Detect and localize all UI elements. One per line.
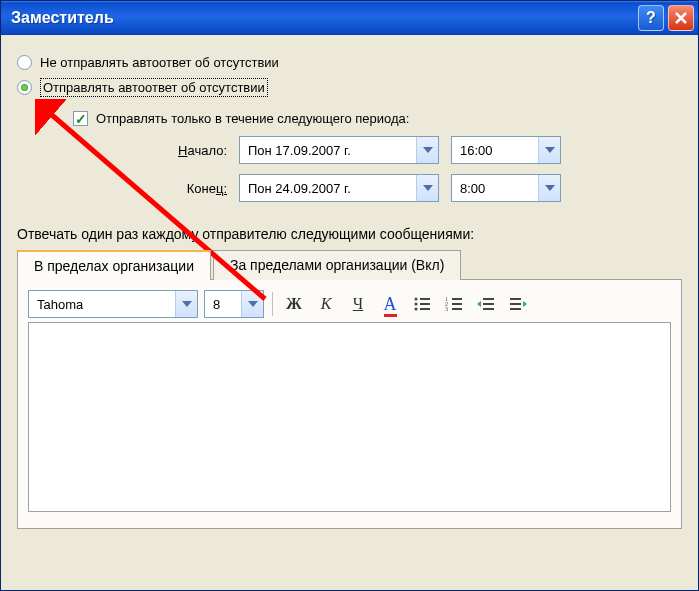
checkbox-send-period-label: Отправлять только в течение следующего п…: [96, 111, 409, 126]
start-time-value: 16:00: [460, 143, 538, 158]
start-date-value: Пон 17.09.2007 г.: [248, 143, 416, 158]
svg-rect-17: [510, 308, 521, 310]
svg-rect-15: [510, 298, 521, 300]
svg-rect-13: [483, 303, 494, 305]
size-value: 8: [213, 297, 241, 312]
indent-button[interactable]: [505, 291, 531, 317]
font-color-button[interactable]: A: [377, 291, 403, 317]
svg-text:3: 3: [445, 306, 448, 312]
radio-do-not-send-label: Не отправлять автоответ об отсутствии: [40, 55, 279, 70]
tab-outside-org[interactable]: За пределами организации (Вкл): [213, 250, 461, 280]
format-toolbar: Tahoma 8 Ж К Ч A: [28, 290, 671, 318]
outdent-button[interactable]: [473, 291, 499, 317]
end-time-combo[interactable]: 8:00: [451, 174, 561, 202]
number-list-button[interactable]: 1 2 3: [441, 291, 467, 317]
radio-send-row[interactable]: Отправлять автоответ об отсутствии: [17, 78, 682, 97]
toolbar-separator: [272, 292, 273, 316]
svg-rect-9: [452, 303, 462, 305]
end-date-value: Пон 24.09.2007 г.: [248, 181, 416, 196]
end-time-value: 8:00: [460, 181, 538, 196]
chevron-down-icon[interactable]: [175, 291, 197, 317]
tabs: В пределах организации За пределами орга…: [17, 250, 682, 280]
number-list-icon: 1 2 3: [445, 296, 463, 312]
svg-rect-16: [510, 303, 521, 305]
send-period-row[interactable]: Отправлять только в течение следующего п…: [73, 111, 682, 126]
svg-rect-11: [452, 308, 462, 310]
svg-rect-12: [483, 298, 494, 300]
bold-button[interactable]: Ж: [281, 291, 307, 317]
message-textarea[interactable]: [28, 322, 671, 512]
font-combo[interactable]: Tahoma: [28, 290, 198, 318]
dialog-window: Заместитель ? Не отправлять автоответ об…: [0, 0, 699, 591]
chevron-down-icon[interactable]: [538, 175, 560, 201]
start-label: Начало:: [137, 143, 227, 158]
svg-point-2: [415, 303, 418, 306]
chevron-down-icon[interactable]: [416, 175, 438, 201]
radio-do-not-send-row[interactable]: Не отправлять автоответ об отсутствии: [17, 55, 682, 70]
close-button[interactable]: [668, 5, 694, 31]
chevron-down-icon[interactable]: [416, 137, 438, 163]
size-combo[interactable]: 8: [204, 290, 264, 318]
italic-button[interactable]: К: [313, 291, 339, 317]
radio-do-not-send[interactable]: [17, 55, 32, 70]
checkbox-send-period[interactable]: [73, 111, 88, 126]
time-grid: Начало: Пон 17.09.2007 г. 16:00 Конец: П…: [137, 136, 682, 202]
svg-point-4: [415, 308, 418, 311]
svg-rect-5: [420, 308, 430, 310]
outdent-icon: [477, 296, 495, 312]
svg-rect-1: [420, 298, 430, 300]
underline-button[interactable]: Ч: [345, 291, 371, 317]
svg-point-0: [415, 298, 418, 301]
start-date-combo[interactable]: Пон 17.09.2007 г.: [239, 136, 439, 164]
close-icon: [674, 11, 688, 25]
end-label: Конец:: [137, 181, 227, 196]
svg-rect-7: [452, 298, 462, 300]
tab-panel: Tahoma 8 Ж К Ч A: [17, 279, 682, 529]
svg-rect-3: [420, 303, 430, 305]
reply-instruction: Отвечать один раз каждому отправителю сл…: [17, 226, 682, 242]
tab-inside-org[interactable]: В пределах организации: [17, 250, 211, 280]
help-button[interactable]: ?: [638, 5, 664, 31]
indent-icon: [509, 296, 527, 312]
chevron-down-icon[interactable]: [538, 137, 560, 163]
radio-send-label: Отправлять автоответ об отсутствии: [40, 78, 268, 97]
bullet-list-icon: [413, 296, 431, 312]
chevron-down-icon[interactable]: [241, 291, 263, 317]
font-value: Tahoma: [37, 297, 175, 312]
titlebar[interactable]: Заместитель ?: [1, 1, 698, 35]
content-area: Не отправлять автоответ об отсутствии От…: [1, 35, 698, 539]
window-title: Заместитель: [11, 9, 634, 27]
start-time-combo[interactable]: 16:00: [451, 136, 561, 164]
end-date-combo[interactable]: Пон 24.09.2007 г.: [239, 174, 439, 202]
bullet-list-button[interactable]: [409, 291, 435, 317]
svg-rect-14: [483, 308, 494, 310]
radio-send[interactable]: [17, 80, 32, 95]
